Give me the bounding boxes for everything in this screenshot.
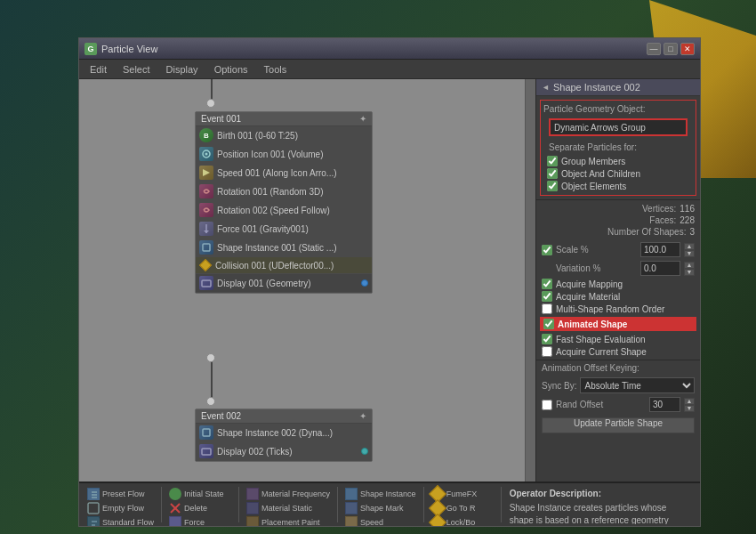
cb-acquire-material-input[interactable] — [542, 291, 552, 302]
minimize-button[interactable]: — — [647, 43, 661, 55]
preset-flow-label: Preset Flow — [102, 490, 145, 498]
geo-input-field[interactable]: Dynamic Arrows Group — [549, 118, 688, 136]
cb-acquire-mapping-label: Acquire Mapping — [556, 279, 623, 289]
rand-offset-label: Rand Offset — [556, 400, 646, 409]
close-button[interactable]: ✕ — [680, 43, 695, 55]
fumefx-item[interactable]: FumeFX — [430, 487, 495, 501]
cb-group-members-input[interactable] — [547, 156, 558, 166]
fumefx-label: FumeFX — [446, 490, 478, 498]
menu-options[interactable]: Options — [207, 62, 255, 77]
placement-paint-item[interactable]: Placement Paint — [245, 515, 332, 526]
cb-acquire-current-label: Acquire Current Shape — [556, 347, 647, 357]
rand-offset-down[interactable]: ▼ — [684, 405, 695, 412]
menu-display[interactable]: Display — [159, 62, 205, 77]
operator-collision[interactable]: Collision 001 (UDeflector00...) — [196, 257, 372, 274]
variation-input[interactable] — [640, 261, 680, 276]
empty-flow-icon — [87, 502, 100, 514]
menu-bar: Edit Select Display Options Tools — [79, 60, 700, 79]
scale-down[interactable]: ▼ — [684, 250, 695, 257]
faces-value: 228 — [680, 215, 695, 225]
preset-flow-item[interactable]: Preset Flow — [85, 487, 156, 501]
empty-flow-item[interactable]: Empty Flow — [85, 501, 156, 515]
operator-speed[interactable]: Speed 001 (Along Icon Arro...) — [196, 164, 372, 182]
operator-force[interactable]: Force 001 (Gravity001) — [196, 220, 372, 239]
operator-birth[interactable]: B Birth 001 (0-60 T:25) — [196, 126, 372, 145]
cb-acquire-current-input[interactable] — [542, 346, 552, 357]
operator-position[interactable]: Position Icon 001 (Volume) — [196, 145, 372, 164]
standard-flow-item[interactable]: Standard Flow — [85, 515, 156, 526]
cb-object-children-input[interactable] — [547, 168, 558, 179]
goto-r-item[interactable]: Go To R — [430, 501, 495, 515]
cb-object-elements-input[interactable] — [547, 181, 558, 191]
cb-multi-shape-input[interactable] — [542, 303, 552, 314]
variation-up[interactable]: ▲ — [684, 262, 695, 269]
node-graph[interactable]: Event 001 ✦ B Birth 001 (0-60 T:25) Posi… — [79, 79, 535, 481]
description-area: Operator Description: Shape Instance cre… — [504, 485, 696, 524]
cb-rand-offset[interactable] — [542, 400, 552, 410]
menu-edit[interactable]: Edit — [83, 62, 114, 77]
delete-item[interactable]: Delete — [167, 501, 233, 515]
sync-dropdown[interactable]: Absolute Time — [580, 377, 695, 393]
cb-object-elements[interactable]: Object Elements — [543, 180, 693, 192]
standard-flow-icon — [87, 516, 100, 526]
menu-select[interactable]: Select — [116, 62, 157, 77]
graph-scrollbar[interactable] — [525, 79, 535, 481]
cb-multi-shape[interactable]: Multi-Shape Random Order — [536, 303, 700, 315]
shape-mark-item[interactable]: Shape Mark — [343, 501, 418, 515]
material-freq-icon — [246, 488, 259, 500]
scale-up[interactable]: ▲ — [684, 243, 695, 250]
operator-display1[interactable]: Display 001 (Geometry) — [196, 274, 372, 293]
faces-label: Faces: — [649, 215, 676, 225]
event-002-star: ✦ — [359, 411, 366, 421]
stats-section: Vertices: 116 Faces: 228 Number Of Shape… — [536, 199, 700, 240]
event-002-header: Event 002 ✦ — [196, 409, 372, 424]
scale-input[interactable] — [640, 242, 680, 257]
variation-row: Variation % ▲ ▼ — [536, 259, 700, 278]
operator-shape[interactable]: Shape Instance 001 (Static ...) — [196, 239, 372, 257]
lock-bo-item[interactable]: Lock/Bo — [430, 515, 495, 526]
cb-fast-shape[interactable]: Fast Shape Evaluation — [536, 333, 700, 345]
event-001-label: Event 001 — [201, 114, 241, 124]
update-particle-shape-button[interactable]: Update Particle Shape — [542, 417, 695, 433]
operator-rotation2[interactable]: Rotation 002 (Speed Follow) — [196, 201, 372, 220]
shape-instance-item[interactable]: Shape Instance — [343, 487, 418, 501]
cb-acquire-current[interactable]: Acquire Current Shape — [536, 345, 700, 358]
material-freq-item[interactable]: Material Frequency — [245, 487, 332, 501]
variation-down[interactable]: ▼ — [684, 269, 695, 276]
initial-state-item[interactable]: Initial State — [167, 487, 233, 501]
force-item[interactable]: Force — [167, 515, 233, 526]
material-static-item[interactable]: Material Static — [245, 501, 332, 515]
window-title: Particle View — [101, 44, 157, 54]
rotation1-label: Rotation 001 (Random 3D) — [217, 187, 324, 197]
cb-acquire-material[interactable]: Acquire Material — [536, 290, 700, 303]
position-icon — [199, 147, 213, 161]
cb-object-children-label: Object And Children — [561, 169, 640, 179]
rand-offset-up[interactable]: ▲ — [684, 398, 695, 405]
cb-animated-shape-input[interactable] — [543, 319, 554, 329]
animated-shape-label: Animated Shape — [558, 320, 627, 329]
menu-tools[interactable]: Tools — [257, 62, 294, 77]
operator-rotation1[interactable]: Rotation 001 (Random 3D) — [196, 182, 372, 201]
divider-3 — [337, 487, 338, 522]
cb-acquire-mapping[interactable]: Acquire Mapping — [536, 278, 700, 290]
cb-object-children[interactable]: Object And Children — [543, 167, 693, 180]
delete-icon — [169, 502, 181, 514]
operator-display2[interactable]: Display 002 (Ticks) — [196, 442, 372, 461]
variation-label: Variation % — [542, 263, 637, 273]
animated-shape-row[interactable]: Animated Shape — [540, 317, 696, 331]
operator-shape2[interactable]: Shape Instance 002 (Dyna...) — [196, 424, 372, 442]
svg-rect-5 — [203, 244, 210, 251]
speed-toolbar-label: Speed — [360, 518, 383, 526]
shape-mark-toolbar-icon — [345, 502, 358, 514]
rand-offset-input[interactable] — [649, 397, 680, 412]
display1-dot — [361, 279, 368, 287]
shape-icon — [199, 240, 213, 255]
restore-button[interactable]: □ — [664, 43, 678, 55]
cb-acquire-mapping-input[interactable] — [542, 279, 552, 289]
scale-checkbox[interactable] — [542, 245, 552, 255]
cb-fast-shape-input[interactable] — [542, 334, 552, 344]
cb-group-members[interactable]: Group Members — [543, 155, 693, 167]
rand-offset-row: Rand Offset ▲ ▼ — [536, 395, 700, 414]
speed-toolbar-item[interactable]: Speed — [343, 515, 418, 526]
bottom-toolbar: Preset Flow Empty Flow Standard Flow Ini… — [79, 481, 700, 526]
